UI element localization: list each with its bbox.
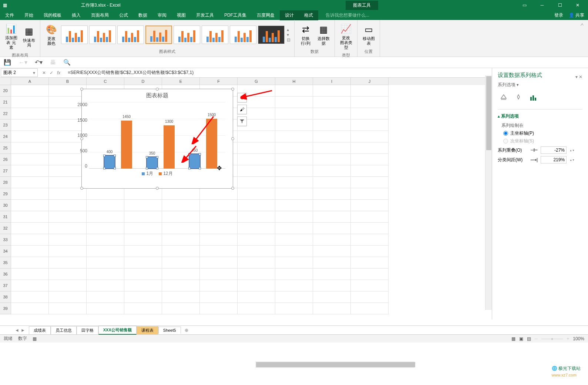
chart-style-6[interactable] <box>202 26 228 44</box>
cell[interactable] <box>275 234 313 246</box>
cell[interactable] <box>313 188 351 200</box>
cell[interactable] <box>238 280 275 291</box>
change-colors-button[interactable]: 🎨更改 颜色 <box>43 22 60 47</box>
cell[interactable] <box>87 257 124 269</box>
cell[interactable] <box>313 154 351 165</box>
cell[interactable] <box>275 142 313 154</box>
fill-line-icon[interactable] <box>500 94 508 102</box>
tab-view[interactable]: 视图 <box>172 10 191 20</box>
col-header[interactable]: I <box>313 78 351 85</box>
collapse-ribbon-icon[interactable]: ㅅ <box>576 20 588 57</box>
bar-series2-cat2[interactable]: 1300 <box>164 125 175 169</box>
chart-style-2[interactable] <box>89 26 116 44</box>
cell[interactable] <box>351 142 389 154</box>
row-header[interactable]: 29 <box>0 188 11 200</box>
cell[interactable] <box>313 234 351 246</box>
cell[interactable] <box>87 291 124 303</box>
cell[interactable] <box>11 223 49 234</box>
select-all-corner[interactable] <box>0 78 11 85</box>
cell[interactable] <box>49 188 87 200</box>
overlap-input[interactable] <box>541 146 567 154</box>
cell[interactable] <box>200 291 238 303</box>
cell[interactable] <box>275 97 313 108</box>
cell[interactable] <box>351 154 389 165</box>
cell[interactable] <box>313 223 351 234</box>
cell[interactable] <box>275 131 313 142</box>
new-sheet-icon[interactable]: ⊕ <box>181 328 192 333</box>
row-header[interactable]: 20 <box>0 85 11 97</box>
style-gallery-more[interactable]: ▴▾⊟ <box>286 26 291 43</box>
cell[interactable] <box>49 200 87 211</box>
row-header[interactable]: 22 <box>0 108 11 119</box>
cell[interactable] <box>313 280 351 291</box>
row-header[interactable]: 38 <box>0 291 11 303</box>
cell[interactable] <box>238 291 275 303</box>
bar-series1-cat1[interactable]: 400 <box>104 155 115 169</box>
cell[interactable] <box>11 269 49 280</box>
cell[interactable] <box>351 165 389 177</box>
row-header[interactable]: 26 <box>0 154 11 165</box>
ribbon-options-icon[interactable]: ▭ <box>517 1 532 10</box>
cell[interactable] <box>124 291 162 303</box>
cell[interactable] <box>162 188 200 200</box>
cell[interactable] <box>313 142 351 154</box>
cell[interactable] <box>313 257 351 269</box>
cell[interactable] <box>11 177 49 188</box>
sheet-tab-3[interactable]: 田字格 <box>77 326 98 334</box>
cell[interactable] <box>275 200 313 211</box>
cell[interactable] <box>11 154 49 165</box>
cell[interactable] <box>11 108 49 119</box>
chart-style-1[interactable] <box>61 26 88 44</box>
cell[interactable] <box>313 177 351 188</box>
cell[interactable] <box>200 211 238 223</box>
cell[interactable] <box>87 303 124 314</box>
view-normal-icon[interactable]: ▦ <box>511 336 515 341</box>
cell[interactable] <box>275 223 313 234</box>
cell[interactable] <box>162 269 200 280</box>
cell[interactable] <box>124 188 162 200</box>
row-header[interactable]: 33 <box>0 234 11 246</box>
cell[interactable] <box>162 234 200 246</box>
col-header[interactable]: F <box>200 78 238 85</box>
cell[interactable] <box>124 280 162 291</box>
cell[interactable] <box>87 280 124 291</box>
cell[interactable] <box>49 291 87 303</box>
cell[interactable] <box>162 280 200 291</box>
cell[interactable] <box>313 85 351 97</box>
cell[interactable] <box>124 223 162 234</box>
panel-close-icon[interactable]: ▾ ✕ <box>575 74 582 80</box>
row-header[interactable]: 39 <box>0 303 11 314</box>
cell[interactable] <box>162 257 200 269</box>
change-chart-type-button[interactable]: 📈更改 图表类型 <box>338 21 354 52</box>
print-icon[interactable]: 🖶 <box>50 59 56 66</box>
cell[interactable] <box>238 257 275 269</box>
tab-file[interactable]: 文件 <box>0 10 19 20</box>
cell[interactable] <box>11 131 49 142</box>
cancel-formula-icon[interactable]: ✕ <box>42 70 46 75</box>
tab-formulas[interactable]: 公式 <box>114 10 133 20</box>
cell[interactable] <box>87 269 124 280</box>
cell[interactable] <box>238 211 275 223</box>
cell[interactable] <box>313 165 351 177</box>
row-header[interactable]: 27 <box>0 165 11 177</box>
undo-icon[interactable]: ↶▾ <box>35 59 43 66</box>
close-icon[interactable]: ✕ <box>570 1 585 10</box>
chart-styles-button[interactable]: 🖌 <box>237 105 247 114</box>
cell[interactable] <box>49 257 87 269</box>
cell[interactable] <box>49 234 87 246</box>
cell[interactable] <box>351 200 389 211</box>
cell[interactable] <box>200 246 238 257</box>
overlap-slider[interactable]: ⊣⊢ <box>530 148 538 153</box>
col-header[interactable]: E <box>162 78 200 85</box>
cell[interactable] <box>275 85 313 97</box>
vertical-scrollbar[interactable] <box>485 75 492 310</box>
cell[interactable] <box>124 246 162 257</box>
cell[interactable] <box>124 211 162 223</box>
cell[interactable] <box>162 246 200 257</box>
cell[interactable] <box>313 303 351 314</box>
cell[interactable] <box>124 269 162 280</box>
cell[interactable] <box>275 257 313 269</box>
tab-insert[interactable]: 插入 <box>67 10 86 20</box>
row-header[interactable]: 37 <box>0 280 11 291</box>
cell[interactable] <box>87 200 124 211</box>
